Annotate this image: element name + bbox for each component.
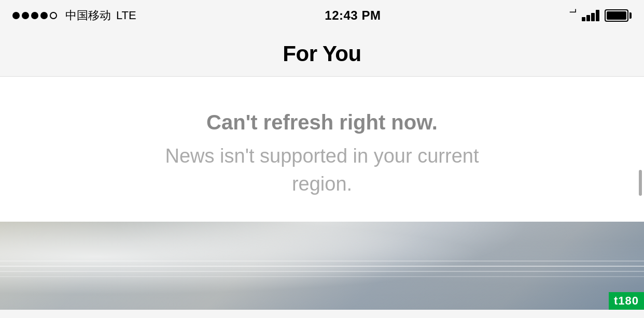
page-title: For You — [283, 41, 361, 66]
status-left: 中国移动 LTE — [12, 8, 136, 23]
bar-1 — [582, 17, 585, 21]
bottom-image-area: t180 — [0, 222, 644, 310]
status-right: ꜚ — [569, 8, 632, 23]
signal-dots — [12, 12, 57, 19]
bar-3 — [591, 13, 595, 21]
error-subtitle: News isn't supported in your current reg… — [135, 142, 509, 197]
nav-header: For You — [0, 31, 644, 77]
status-bar: 中国移动 LTE 12:43 PM ꜚ — [0, 0, 644, 31]
status-center: 12:43 PM — [325, 8, 381, 23]
bluetooth-icon: ꜚ — [569, 8, 577, 23]
bar-4 — [596, 10, 599, 21]
carrier-name: 中国移动 — [65, 8, 111, 23]
main-content: Can't refresh right now. News isn't supp… — [0, 77, 644, 222]
network-type: LTE — [116, 9, 136, 22]
dot-2 — [22, 12, 29, 19]
dot-4 — [40, 12, 48, 19]
battery-body — [605, 9, 628, 22]
image-overlay-swirl — [0, 222, 644, 310]
error-title: Can't refresh right now. — [206, 111, 438, 134]
time-display: 12:43 PM — [325, 8, 381, 22]
dot-5 — [50, 12, 57, 19]
battery-fill — [607, 11, 626, 20]
t180-badge: t180 — [609, 292, 644, 310]
dot-1 — [12, 12, 20, 19]
battery — [605, 9, 632, 22]
dot-3 — [31, 12, 38, 19]
scroll-indicator[interactable] — [639, 170, 642, 196]
signal-bars — [582, 10, 599, 21]
battery-tip — [629, 12, 632, 19]
bar-2 — [586, 15, 590, 21]
